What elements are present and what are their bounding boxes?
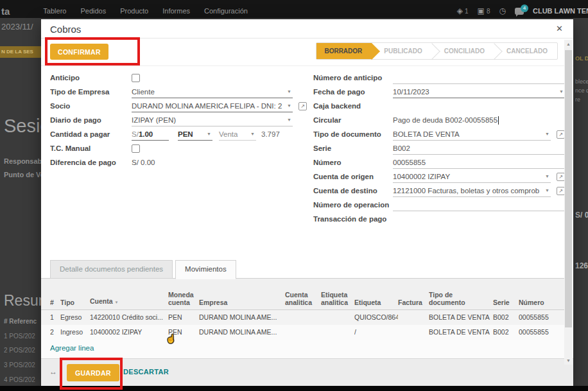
discard-button[interactable]: DESCARTAR — [123, 368, 169, 376]
anticipo-label: Anticipo — [50, 74, 132, 82]
col-factura[interactable]: Factura — [398, 299, 429, 309]
external-link-icon[interactable]: ↗ — [298, 102, 307, 110]
status-bar: BORRADOR PUBLICADO CONCILIADO CANCELADO — [316, 42, 558, 60]
bg-right-amount: S/ 0 — [575, 211, 588, 220]
app-logo: ta — [1, 6, 10, 17]
rate-type-select[interactable]: Venta▼ — [219, 128, 256, 141]
serie-input[interactable]: B002 — [393, 143, 565, 155]
tab-detalle-documentos[interactable]: Detalle documentos pendientes — [50, 260, 173, 279]
company-name[interactable]: CLUB LAWN TENN — [533, 7, 588, 15]
table-row[interactable]: 2 Ingreso 10400002 IZIPAY PEN DURAND MOL… — [41, 325, 565, 340]
tc-manual-label: T.C. Manual — [50, 144, 132, 152]
transaccion-pago-label: Transacción de pago — [313, 215, 393, 223]
dialog-footer: ↔ GUARDAR DESCARTAR — [41, 358, 573, 387]
diario-pago-select[interactable]: IZIPAY (PEN)▼ — [132, 114, 293, 126]
col-cuenta[interactable]: Cuenta ▼ — [90, 297, 168, 309]
bg-date-text: 2023/11/ — [1, 22, 33, 31]
top-navbar: ta Tablero Pedidos Producto Informes Con… — [0, 0, 588, 18]
cuenta-origen-label: Cuenta de origen — [313, 173, 393, 180]
col-num[interactable]: # — [50, 299, 60, 309]
cobros-dialog: Cobros ✕ CONFIRMAR BORRADOR PUBLICADO CO… — [41, 19, 573, 387]
chevron-down-icon: ▼ — [286, 103, 293, 108]
main-menu: Tablero Pedidos Producto Informes Config… — [43, 7, 248, 15]
col-empresa[interactable]: Empresa — [199, 299, 285, 309]
dialog-header: Cobros ✕ — [41, 19, 573, 39]
tab-movimientos[interactable]: Movimientos — [175, 260, 236, 279]
status-step-publicado[interactable]: PUBLICADO — [372, 43, 431, 59]
tipo-documento-label: Tipo de documento — [313, 130, 393, 138]
stack-icon[interactable]: ◈1 — [457, 6, 469, 15]
col-numero[interactable]: Número — [519, 299, 555, 309]
col-serie[interactable]: Serie — [493, 299, 519, 309]
fecha-pago-label: Fecha de pago — [313, 88, 393, 96]
anticipo-checkbox[interactable] — [132, 74, 140, 82]
cantidad-pagar-label: Cantidad a pagar — [50, 130, 132, 138]
scroll-up-icon[interactable]: ▲ — [564, 40, 573, 48]
stack-count: 1 — [465, 8, 469, 15]
menu-item-pedidos[interactable]: Pedidos — [80, 7, 106, 15]
diferencia-pago-value: S/ 0.00 — [132, 157, 307, 169]
numero-operacion-input[interactable] — [393, 199, 565, 211]
diario-pago-label: Diario de pago — [50, 116, 132, 124]
menu-item-producto[interactable]: Producto — [120, 7, 148, 15]
menu-item-tablero[interactable]: Tablero — [43, 7, 66, 15]
close-icon[interactable]: ✕ — [556, 24, 563, 33]
col-moneda-cuenta[interactable]: Moneda cuenta — [168, 291, 199, 309]
chevron-down-icon: ▼ — [544, 174, 551, 178]
col-etiqueta-analitica[interactable]: Etiqueta analitica — [321, 291, 354, 309]
bottom-letterbox — [0, 386, 588, 391]
col-tipo[interactable]: Tipo — [60, 299, 90, 309]
amount-input[interactable]: S/1.00 — [132, 128, 169, 141]
socio-select[interactable]: DURAND MOLINA AMERICA FELIPA - DNI: 2▼ — [132, 100, 293, 112]
chevron-down-icon: ▼ — [286, 117, 293, 122]
menu-item-configuracion[interactable]: Configuración — [204, 7, 248, 15]
tc-manual-checkbox[interactable] — [132, 144, 140, 153]
add-line-link[interactable]: Agregar linea — [50, 344, 94, 352]
notebook-tabs: Detalle documentos pendientes Movimiento… — [50, 260, 239, 279]
circular-input[interactable]: Pago de deuda B002-00055855 — [393, 114, 565, 126]
bg-right-count: 126 — [575, 261, 588, 270]
chevron-down-icon: ▼ — [249, 132, 256, 136]
bg-punto-venta-label: Punto de Ve — [4, 171, 44, 178]
save-button[interactable]: GUARDAR — [67, 364, 119, 381]
numero-anticipo-input[interactable] — [393, 72, 565, 84]
scroll-down-icon[interactable]: ▼ — [564, 356, 573, 365]
bg-right-frag-3: nce d — [575, 87, 588, 94]
numero-operacion-label: Número de operacion — [313, 201, 393, 209]
serie-label: Serie — [313, 144, 393, 152]
sort-icon: ▼ — [115, 300, 119, 304]
table-row[interactable]: 1 Egreso 14220010 Crédito soci... PEN DU… — [41, 310, 565, 325]
status-step-borrador[interactable]: BORRADOR — [316, 43, 372, 59]
bg-right-frag-4: re — [575, 96, 588, 103]
numero-label: Número — [313, 159, 393, 166]
records-icon[interactable]: ▣8 — [478, 6, 490, 15]
resize-arrows-icon[interactable]: ↔ — [49, 367, 57, 376]
tipo-empresa-select[interactable]: Cliente▼ — [132, 86, 293, 98]
modal-scrollbar[interactable]: ▲ ▼ — [564, 40, 573, 365]
col-cuenta-analitica[interactable]: Cuenta analitica — [285, 291, 321, 309]
tipo-documento-select[interactable]: BOLETA DE VENTA▼ — [393, 128, 551, 141]
table-header-row: # Tipo Cuenta ▼ Moneda cuenta Empresa Cu… — [41, 279, 565, 310]
menu-item-informes[interactable]: Informes — [162, 7, 190, 15]
fecha-pago-input[interactable]: 10/11/2023▼ — [393, 86, 565, 98]
records-count: 8 — [487, 8, 490, 15]
numero-input[interactable]: 00055855 — [393, 157, 565, 169]
cuenta-destino-select[interactable]: 12121000 Facturas, boletas y otros compr… — [393, 185, 551, 197]
col-etiqueta[interactable]: Etiqueta — [354, 299, 398, 309]
diferencia-pago-label: Diferencia de pago — [50, 159, 132, 166]
status-step-conciliado[interactable]: CONCILIADO — [432, 43, 494, 59]
status-step-cancelado[interactable]: CANCELADO — [494, 43, 557, 59]
cuenta-origen-select[interactable]: 10400002 IZIPAY▼ — [393, 171, 551, 183]
currency-select[interactable]: PEN▼ — [178, 128, 212, 141]
clock-icon[interactable]: ◷ — [499, 6, 506, 15]
confirm-button[interactable]: CONFIRMAR — [50, 44, 108, 60]
col-tipo-documento[interactable]: Tipo de documento — [429, 291, 493, 309]
bg-right-frag-2: blece — [575, 78, 588, 85]
chat-icon[interactable]: 4 — [515, 8, 524, 15]
scrollbar-thumb[interactable] — [565, 50, 572, 327]
chevron-down-icon: ▼ — [544, 132, 551, 136]
chevron-down-icon: ▼ — [205, 132, 212, 136]
tipo-empresa-label: Tipo de Empresa — [50, 88, 132, 96]
caja-backend-label: Caja backend — [313, 102, 393, 110]
chevron-down-icon: ▼ — [286, 89, 293, 94]
